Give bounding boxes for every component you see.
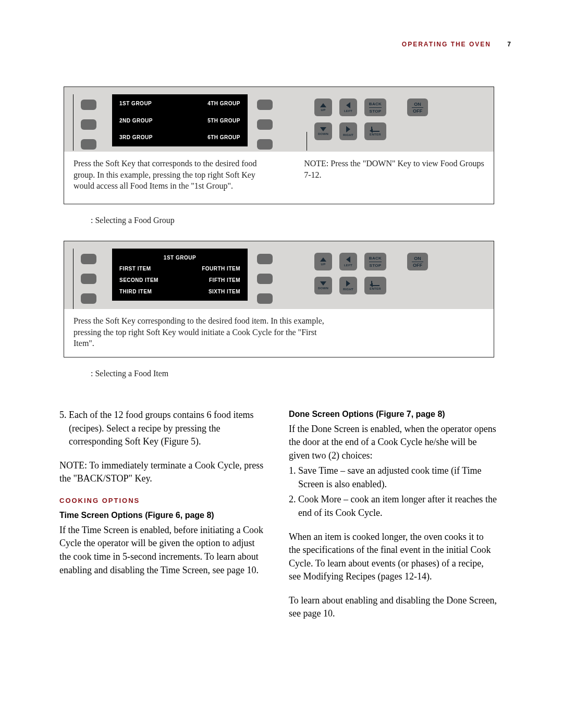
callout-line: [73, 94, 74, 151]
page-number: 7: [507, 41, 512, 48]
figure-1-note-left: Press the Soft Key that corresponds to t…: [74, 158, 273, 192]
enter-button[interactable]: ENTER: [364, 122, 386, 140]
softkey-left-3[interactable]: [81, 139, 96, 150]
softkey-left-1[interactable]: [81, 254, 96, 264]
figure-1-notes: Press the Soft Key that corresponds to t…: [64, 152, 494, 199]
done-para-3: To learn about enabling and disabling th…: [289, 594, 497, 621]
cooking-options-heading: COOKING OPTIONS: [59, 496, 268, 505]
divider-icon: [412, 107, 423, 108]
down-icon: [320, 281, 326, 286]
page-header: OPERATING THE OVEN 7: [402, 41, 512, 48]
nav-pad: UP DOWN LEFT RIGHT BACKSTOP ENTER ONOFF: [304, 95, 486, 153]
softkey-left-1[interactable]: [81, 100, 96, 110]
control-panel-1: 1ST GROUP4TH GROUP 2ND GROUP5TH GROUP 3R…: [64, 87, 494, 152]
lcd-title: 1ST GROUP: [119, 255, 240, 261]
down-icon: [320, 127, 326, 131]
softkey-right-3[interactable]: [257, 293, 273, 304]
figure-2-panel: 1ST GROUP FIRST ITEMFOURTH ITEM SECOND I…: [64, 241, 494, 357]
figure-1-caption: : Selecting a Food Group: [91, 216, 175, 225]
figure-1-note-right: NOTE: Press the "DOWN" Key to view Food …: [304, 158, 484, 192]
up-icon: [320, 257, 326, 262]
down-button[interactable]: DOWN: [314, 277, 332, 294]
figure-1-panel: 1ST GROUP4TH GROUP 2ND GROUP5TH GROUP 3R…: [64, 87, 494, 204]
header-section: OPERATING THE OVEN: [402, 41, 491, 48]
softkey-right-1[interactable]: [257, 100, 273, 110]
done-list-2: 2. Cook More – cook an item longer after…: [289, 493, 497, 520]
figure-2-caption: : Selecting a Food Item: [91, 369, 168, 378]
lcd-text: FIRST ITEM: [119, 266, 151, 272]
figure-2-note-left: Press the Soft Key corresponding to the …: [74, 315, 339, 349]
left-button[interactable]: LEFT: [339, 253, 357, 270]
lcd-text: THIRD ITEM: [119, 289, 152, 294]
lcd-display-2: 1ST GROUP FIRST ITEMFOURTH ITEM SECOND I…: [112, 249, 248, 301]
time-screen-heading: Time Screen Options (Figure 6, page 8): [59, 510, 268, 522]
nav-pad: UP DOWN LEFT RIGHT BACKSTOP ENTER ONOFF: [304, 250, 486, 307]
figure-2-notes: Press the Soft Key corresponding to the …: [64, 309, 494, 356]
right-button[interactable]: RIGHT: [339, 122, 357, 140]
lcd-text: 6TH GROUP: [207, 134, 240, 140]
up-icon: [320, 103, 326, 107]
done-list-1: 1. Save Time – save an adjusted cook tim…: [289, 464, 497, 491]
enter-icon: [371, 281, 380, 286]
right-icon: [346, 280, 350, 287]
softkey-left-3[interactable]: [81, 293, 96, 304]
softkey-right-1[interactable]: [257, 254, 273, 264]
softkey-left-2[interactable]: [81, 119, 96, 130]
up-button[interactable]: UP: [314, 253, 332, 270]
lcd-display-1: 1ST GROUP4TH GROUP 2ND GROUP5TH GROUP 3R…: [112, 94, 248, 146]
body-columns: 5. Each of the 12 food groups contains 6…: [59, 409, 497, 631]
left-icon: [346, 102, 350, 108]
lcd-text: SIXTH ITEM: [209, 289, 240, 294]
divider-icon: [412, 262, 423, 262]
back-stop-button[interactable]: BACKSTOP: [364, 253, 386, 270]
softkey-right-2[interactable]: [257, 274, 273, 284]
lcd-text: 1ST GROUP: [119, 101, 152, 106]
lcd-text: FOURTH ITEM: [202, 266, 240, 272]
lcd-text: 3RD GROUP: [119, 134, 153, 140]
back-stop-button[interactable]: BACKSTOP: [364, 98, 386, 116]
up-button[interactable]: UP: [314, 98, 332, 116]
on-off-button[interactable]: ONOFF: [407, 253, 428, 270]
softkey-left-2[interactable]: [81, 274, 96, 284]
lcd-text: 2ND GROUP: [119, 118, 153, 124]
left-column: 5. Each of the 12 food groups contains 6…: [59, 409, 268, 631]
step-5: 5. Each of the 12 food groups contains 6…: [59, 409, 268, 449]
divider-icon: [369, 107, 382, 108]
callout-line: [307, 132, 307, 151]
left-icon: [346, 256, 350, 263]
divider-icon: [369, 262, 382, 262]
callout-line: [73, 249, 74, 309]
lcd-text: SECOND ITEM: [119, 277, 158, 283]
control-panel-2: 1ST GROUP FIRST ITEMFOURTH ITEM SECOND I…: [64, 241, 494, 309]
note-terminate: NOTE: To immediately terminate a Cook Cy…: [59, 459, 268, 486]
enter-icon: [371, 127, 380, 132]
right-column: Done Screen Options (Figure 7, page 8) I…: [289, 409, 497, 631]
done-para-2: When an item is cooked longer, the oven …: [289, 530, 497, 584]
done-screen-intro: If the Done Screen is enabled, when the …: [289, 423, 497, 463]
lcd-text: FIFTH ITEM: [209, 277, 240, 283]
lcd-text: 4TH GROUP: [207, 101, 240, 106]
on-off-button[interactable]: ONOFF: [407, 98, 428, 116]
softkey-right-3[interactable]: [257, 139, 273, 150]
enter-button[interactable]: ENTER: [364, 277, 386, 294]
lcd-text: 5TH GROUP: [207, 118, 240, 124]
right-button[interactable]: RIGHT: [339, 277, 357, 294]
right-icon: [346, 126, 350, 132]
left-button[interactable]: LEFT: [339, 98, 357, 116]
done-screen-heading: Done Screen Options (Figure 7, page 8): [289, 409, 497, 421]
time-screen-para: If the Time Screen is enabled, before in…: [59, 524, 268, 577]
down-button[interactable]: DOWN: [314, 122, 332, 140]
softkey-right-2[interactable]: [257, 119, 273, 130]
